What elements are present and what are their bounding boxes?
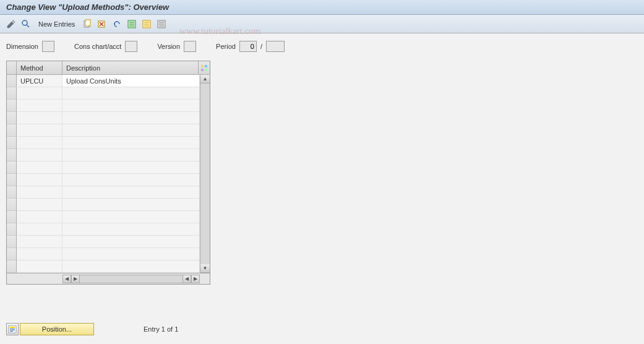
table-row[interactable]: UPLCUUpload ConsUnits — [17, 75, 200, 87]
column-header-description[interactable]: Description — [62, 61, 199, 74]
cell-description[interactable] — [62, 137, 200, 148]
cell-method[interactable] — [17, 100, 62, 111]
table-row[interactable] — [17, 199, 200, 211]
row-selector[interactable] — [7, 211, 17, 223]
cell-method[interactable] — [17, 137, 62, 148]
period-input[interactable] — [239, 41, 257, 52]
cell-method[interactable] — [17, 211, 62, 223]
row-selector[interactable] — [7, 112, 17, 124]
row-selector[interactable] — [7, 174, 17, 186]
row-selector[interactable] — [7, 223, 17, 236]
row-selector[interactable] — [7, 199, 17, 211]
cell-method[interactable] — [17, 260, 62, 272]
table-row[interactable] — [17, 112, 200, 124]
scroll-left-step-icon[interactable]: ▶ — [71, 275, 80, 283]
position-button[interactable]: Position... — [20, 323, 94, 335]
scroll-left-icon[interactable]: ◀ — [62, 275, 71, 283]
toggle-display-change-icon[interactable] — [5, 18, 17, 30]
scroll-track[interactable] — [200, 84, 210, 264]
cell-description[interactable] — [62, 223, 200, 235]
cell-description[interactable] — [62, 124, 200, 136]
cell-description[interactable] — [62, 248, 200, 260]
svg-rect-2 — [85, 20, 90, 26]
row-selector[interactable] — [7, 87, 17, 100]
select-column-header[interactable] — [7, 61, 17, 74]
row-selector[interactable] — [7, 260, 17, 273]
cell-method[interactable]: UPLCU — [17, 75, 62, 87]
position-icon[interactable] — [6, 323, 19, 335]
cell-description[interactable] — [62, 87, 200, 99]
dimension-input[interactable] — [42, 41, 54, 52]
cell-method[interactable] — [17, 199, 62, 210]
cell-method[interactable] — [17, 112, 62, 124]
scroll-up-icon[interactable]: ▲ — [200, 75, 210, 84]
row-selector[interactable] — [7, 149, 17, 161]
scroll-right-step-icon[interactable]: ◀ — [182, 275, 191, 283]
cell-description[interactable] — [62, 186, 200, 198]
svg-point-0 — [22, 20, 27, 25]
scroll-right-icon[interactable]: ▶ — [191, 275, 200, 283]
cell-method[interactable] — [17, 174, 62, 186]
column-header-method[interactable]: Method — [17, 61, 62, 74]
row-selector[interactable] — [7, 161, 17, 174]
select-block-icon[interactable] — [140, 18, 153, 30]
copy-as-icon[interactable] — [81, 18, 93, 30]
cell-method[interactable] — [17, 161, 62, 173]
table-row[interactable] — [17, 211, 200, 223]
row-selector[interactable] — [7, 248, 17, 260]
cell-description[interactable] — [62, 260, 200, 272]
cell-description[interactable] — [62, 199, 200, 210]
cell-description[interactable] — [62, 211, 200, 223]
cell-description[interactable] — [62, 149, 200, 161]
expand-collapse-icon[interactable] — [20, 18, 32, 30]
row-selector[interactable] — [7, 186, 17, 199]
table-row[interactable] — [17, 161, 200, 174]
table-row[interactable] — [17, 223, 200, 236]
undo-change-icon[interactable] — [111, 18, 123, 30]
new-entries-button[interactable]: New Entries — [35, 19, 79, 29]
cell-description[interactable] — [62, 236, 200, 247]
version-input[interactable] — [184, 41, 196, 52]
cons-chart-acct-input[interactable] — [125, 41, 137, 52]
table-row[interactable] — [17, 186, 200, 199]
methods-table: Method Description UPLCUUpload ConsUnits… — [6, 61, 210, 285]
deselect-all-icon[interactable] — [155, 18, 168, 30]
svg-rect-14 — [10, 330, 15, 330]
cell-description[interactable]: Upload ConsUnits — [62, 75, 200, 87]
cell-method[interactable] — [17, 186, 62, 198]
delete-icon[interactable] — [96, 18, 108, 30]
table-row[interactable] — [17, 260, 200, 273]
table-row[interactable] — [17, 124, 200, 137]
period-year-input[interactable] — [266, 41, 285, 52]
cell-method[interactable] — [17, 149, 62, 161]
row-selector[interactable] — [7, 137, 17, 149]
page-title: Change View "Upload Methods": Overview — [6, 2, 169, 12]
scroll-down-icon[interactable]: ▼ — [200, 264, 210, 273]
table-row[interactable] — [17, 137, 200, 149]
cell-description[interactable] — [62, 112, 200, 124]
table-row[interactable] — [17, 149, 200, 161]
table-row[interactable] — [17, 236, 200, 248]
table-row[interactable] — [17, 100, 200, 112]
table-configure-icon[interactable] — [199, 61, 210, 74]
hscroll-track[interactable] — [80, 275, 182, 283]
row-selector[interactable] — [7, 75, 17, 87]
row-selector[interactable] — [7, 236, 17, 248]
cell-description[interactable] — [62, 174, 200, 186]
cell-method[interactable] — [17, 124, 62, 136]
table-row[interactable] — [17, 248, 200, 260]
row-selector[interactable] — [7, 124, 17, 137]
vertical-scrollbar[interactable]: ▲ ▼ — [200, 75, 210, 273]
horizontal-scrollbar[interactable]: ◀ ▶ ◀ ▶ — [7, 273, 210, 284]
cell-description[interactable] — [62, 100, 200, 111]
select-all-icon[interactable] — [126, 18, 138, 30]
cell-method[interactable] — [17, 236, 62, 247]
cell-description[interactable] — [62, 161, 200, 173]
cell-method[interactable] — [17, 87, 62, 99]
cell-method[interactable] — [17, 223, 62, 235]
table-row[interactable] — [17, 174, 200, 186]
row-select-gutter — [7, 75, 17, 273]
cell-method[interactable] — [17, 248, 62, 260]
table-row[interactable] — [17, 87, 200, 100]
row-selector[interactable] — [7, 100, 17, 112]
